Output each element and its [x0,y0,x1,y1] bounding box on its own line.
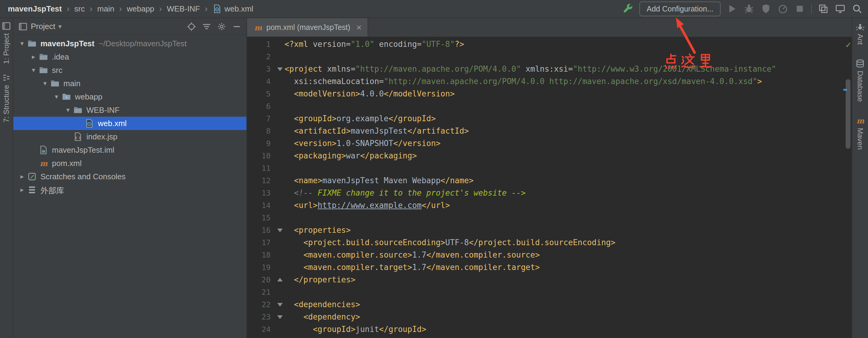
left-stripe: 1: Project7: Structure [0,18,13,338]
ui-inspector-button[interactable] [835,3,846,14]
tool-stripe-ant-button[interactable]: Ant [855,22,865,45]
tree-item[interactable]: web.xml [13,117,246,130]
profiler-button[interactable] [777,3,788,14]
breadcrumb-item-label: src [74,4,85,13]
add-configuration-button[interactable]: Add Configuration... [639,1,721,16]
caret-down-icon: ▾ [58,23,62,31]
code-segment: "1.0" [351,39,374,49]
editor-tab-pom-xml[interactable]: m pom.xml (mavenJspTest) × [247,18,368,36]
tree-item[interactable]: ▾mavenJspTest~/Desktop/mavenJspTest [13,37,246,50]
code-line: <properties> [284,224,852,236]
line-number: 3 [247,63,284,75]
tree-item[interactable]: ▾main [13,77,246,90]
tool-stripe-project-button[interactable]: 1: Project [1,21,11,64]
code-segment: "http://www.w3.org/2001/XMLSchema-instan… [573,64,776,74]
breadcrumb-item[interactable]: WEB-INF [167,4,200,13]
fold-down-icon[interactable] [277,315,283,319]
code-line [284,51,852,63]
code-segment [284,77,294,86]
search-everywhere-button[interactable] [852,3,863,14]
tree-item[interactable]: index.jsp [13,130,246,143]
editor-scrollbar[interactable] [846,79,850,149]
code-segment: UTF-8 [445,238,469,247]
code-segment: </maven.compiler.source> [427,250,540,259]
chevron-down-icon[interactable]: ▾ [40,80,50,87]
fold-down-icon[interactable] [277,303,283,307]
tree-item[interactable]: ▾webapp [13,90,246,104]
chevron-right-icon[interactable]: ▸ [17,173,27,180]
code-line: <url>http://www.example.com</url> [284,199,852,212]
line-number: 1 [247,38,284,51]
line-number: 4 [247,75,284,88]
chevron-down-icon[interactable]: ▾ [51,93,62,101]
tree-item[interactable]: ▸.idea [13,50,246,63]
breadcrumb-item[interactable]: mavenJspTest [8,4,62,13]
file-iml-icon [39,145,48,155]
line-number: 14 [247,199,284,212]
tree-item[interactable]: mavenJspTest.iml [13,143,246,157]
breadcrumb-item-label: web.xml [224,4,253,13]
code-segment [284,312,304,321]
tree-item[interactable]: mpom.xml [13,157,246,170]
tool-stripe-database-button[interactable]: Database [855,59,865,102]
run-button[interactable] [727,3,738,14]
code-segment: "UTF-8" [422,39,455,49]
stop-button[interactable] [794,3,805,14]
wrench-icon[interactable] [622,3,633,14]
file-web-icon [85,118,94,128]
project-panel-icon [18,22,28,31]
tab-close-icon[interactable]: × [356,23,362,32]
code-segment [284,114,294,123]
code-segment: </artifactId> [407,126,469,136]
breadcrumb-item[interactable]: web.xml [212,4,253,13]
code-segment: war [346,151,360,160]
tool-windows-button[interactable] [818,3,829,14]
breadcrumb-item[interactable]: src [74,4,85,13]
line-number: 8 [247,125,284,137]
chevron-down-icon[interactable]: ▾ [63,106,73,114]
code-segment: "http://maven.apache.org/POM/4.0.0" [355,64,521,74]
toolbar-right-actions [818,3,863,14]
main-toolbar: Add Configuration... [622,1,863,16]
fold-up-icon[interactable] [277,278,283,281]
code-segment: </maven.compiler.target> [427,263,540,272]
ant-tool-icon [855,22,865,31]
code-segment: </groupId> [379,325,427,334]
chevron-right-icon[interactable]: ▸ [28,53,39,61]
project-panel-title-button[interactable]: Project ▾ [18,22,62,31]
fold-down-icon[interactable] [277,67,283,71]
breadcrumb-item[interactable]: webapp [127,4,154,13]
chevron-right-icon[interactable]: ▸ [17,186,27,194]
line-number: 9 [247,137,284,150]
inspections-ok-icon[interactable]: ✓ [846,39,851,50]
tree-item[interactable]: ▸Scratches and Consoles [13,170,246,183]
editor-body[interactable]: 123456789101112131415161718192021222324 … [247,37,852,338]
editor-code[interactable]: <?xml version="1.0" encoding="UTF-8"?> <… [284,37,852,338]
code-segment [284,201,294,210]
tree-item[interactable]: ▾src [13,63,246,77]
breadcrumb-item[interactable]: main [97,4,114,13]
code-segment [284,325,313,334]
tree-item-label: WEB-INF [86,106,120,115]
chevron-down-icon[interactable]: ▾ [28,66,39,74]
tool-stripe-maven-button[interactable]: mMaven [855,116,865,150]
code-line: xsi:schemaLocation="http://maven.apache.… [284,75,852,88]
tree-item[interactable]: ▸外部库 [13,183,246,197]
hide-panel-button[interactable] [232,22,242,31]
debug-button[interactable] [744,3,754,14]
breadcrumb-item-label: main [97,4,114,13]
fold-down-icon[interactable] [277,229,283,232]
code-line [284,100,852,112]
settings-button[interactable] [217,22,226,31]
project-panel-title: Project [31,22,55,31]
view-options-button[interactable] [202,22,211,31]
run-with-coverage-button[interactable] [761,3,771,14]
tool-stripe-structure-button[interactable]: 7: Structure [1,73,11,122]
select-opened-file-button[interactable] [187,22,196,31]
code-segment [284,263,304,272]
tree-item[interactable]: ▾WEB-INF [13,104,246,117]
editor-tab-bar: m pom.xml (mavenJspTest) × [247,18,852,37]
code-segment: encoding= [374,39,422,49]
code-segment: > [757,77,762,86]
chevron-down-icon[interactable]: ▾ [17,39,27,48]
